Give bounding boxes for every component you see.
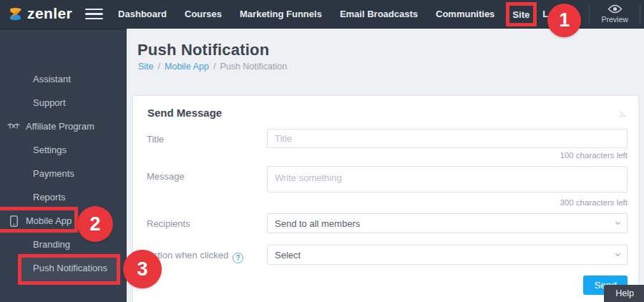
handshake-icon — [7, 122, 20, 131]
recipients-label: Recipients — [142, 213, 267, 233]
message-input[interactable] — [267, 166, 628, 193]
collapse-chevron-icon[interactable]: ⦛ — [619, 107, 626, 119]
title-label: Title — [142, 129, 267, 166]
top-navbar: zenler Dashboard Courses Marketing Funne… — [0, 0, 644, 29]
sidebar-item-mobile-app[interactable]: Mobile App 2 — [0, 209, 127, 233]
sidebar-item-payments[interactable]: Payments — [0, 162, 127, 185]
nav-item-site[interactable]: Site — [512, 9, 530, 20]
sidebar-item-reports[interactable]: Reports — [0, 185, 127, 209]
chevron-down-icon — [615, 251, 620, 256]
main-nav: Dashboard Courses Marketing Funnels Emai… — [118, 8, 548, 21]
navbar-divider — [589, 5, 590, 24]
nav-item-communities[interactable]: Communities — [436, 9, 494, 19]
nav-item-email-broadcasts[interactable]: Email Broadcasts — [340, 9, 418, 19]
message-chars-left: 300 characters left — [267, 198, 628, 207]
annotation-step-1: 1 — [547, 4, 581, 37]
nav-item-dashboard[interactable]: Dashboard — [118, 9, 167, 19]
recipients-select[interactable]: Send to all members — [267, 213, 628, 233]
breadcrumb-link-site[interactable]: Site — [138, 62, 154, 72]
sidebar-item-support[interactable]: Support — [0, 91, 127, 115]
navbar-divider — [640, 5, 640, 24]
send-message-form: Title 100 characters left Message 300 ch… — [142, 129, 628, 295]
annotation-step-3: 3 — [123, 250, 162, 288]
preview-label: Preview — [601, 15, 628, 24]
sidebar-item-push-notifications[interactable]: Push Notifications 3 — [0, 256, 127, 280]
send-message-card: Send Message ⦛ Title 100 characters left… — [132, 95, 639, 302]
annotation-step-2: 2 — [77, 206, 113, 242]
sidebar-menu: Assistant Support Affiliate Program Sett… — [0, 30, 127, 280]
sidebar-item-settings[interactable]: Settings — [0, 138, 127, 162]
nav-item-marketing-funnels[interactable]: Marketing Funnels — [240, 9, 322, 19]
action-select[interactable]: Select — [267, 245, 628, 265]
message-label: Message — [142, 166, 267, 213]
preview-button[interactable]: Preview — [599, 4, 630, 24]
card-title: Send Message — [147, 107, 222, 119]
brand-name: zenler — [27, 6, 72, 23]
sidebar: Assistant Support Affiliate Program Sett… — [0, 29, 127, 302]
breadcrumb-current: Push Notification — [220, 62, 287, 72]
breadcrumb-link-mobile-app[interactable]: Mobile App — [165, 62, 209, 72]
hamburger-menu-icon[interactable] — [82, 6, 106, 23]
help-button[interactable]: Help — [604, 285, 644, 302]
help-question-icon[interactable]: ? — [233, 253, 243, 263]
mobile-phone-icon — [7, 215, 20, 227]
chevron-down-icon — [615, 220, 620, 225]
title-chars-left: 100 characters left — [267, 151, 628, 160]
nav-item-courses[interactable]: Courses — [185, 9, 222, 19]
zenler-logo[interactable]: zenler — [7, 6, 72, 23]
zenler-logo-icon — [7, 6, 24, 22]
eye-icon — [608, 4, 623, 14]
action-when-clicked-label: Action when clicked? — [142, 245, 267, 265]
title-input[interactable] — [267, 129, 628, 148]
breadcrumb: Site/Mobile App/Push Notification — [138, 62, 644, 72]
main-content: Push Notification Site/Mobile App/Push N… — [127, 29, 644, 302]
sidebar-item-affiliate-program[interactable]: Affiliate Program — [0, 115, 127, 138]
page-title: Push Notification — [137, 41, 644, 59]
sidebar-item-assistant[interactable]: Assistant — [0, 67, 127, 91]
